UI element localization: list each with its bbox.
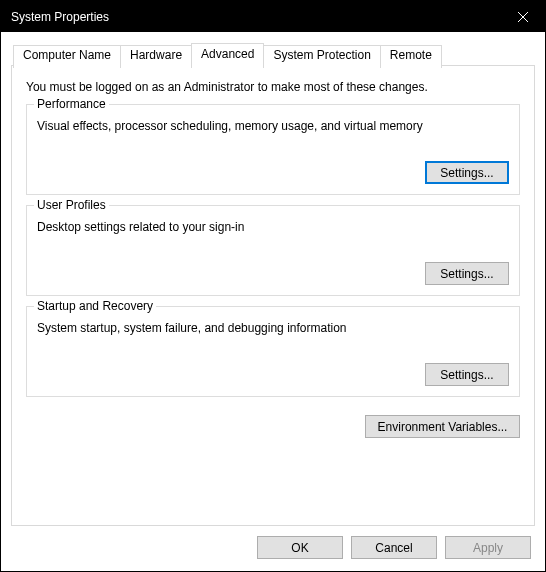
dialog-body: Computer Name Hardware Advanced System P… bbox=[1, 32, 545, 571]
tab-remote[interactable]: Remote bbox=[380, 45, 442, 68]
tab-system-protection[interactable]: System Protection bbox=[263, 45, 380, 68]
group-user-profiles: User Profiles Desktop settings related t… bbox=[26, 205, 520, 296]
ok-button[interactable]: OK bbox=[257, 536, 343, 559]
group-startup-title: Startup and Recovery bbox=[34, 299, 156, 313]
startup-settings-button[interactable]: Settings... bbox=[425, 363, 509, 386]
close-button[interactable] bbox=[500, 1, 545, 32]
tab-advanced[interactable]: Advanced bbox=[191, 43, 264, 66]
dialog-footer: OK Cancel Apply bbox=[11, 526, 535, 571]
group-profiles-desc: Desktop settings related to your sign-in bbox=[37, 220, 509, 234]
group-performance-desc: Visual effects, processor scheduling, me… bbox=[37, 119, 509, 133]
performance-settings-button[interactable]: Settings... bbox=[425, 161, 509, 184]
close-icon bbox=[518, 12, 528, 22]
tab-strip: Computer Name Hardware Advanced System P… bbox=[11, 43, 535, 66]
group-performance-title: Performance bbox=[34, 97, 109, 111]
window-title: System Properties bbox=[11, 10, 500, 24]
group-performance: Performance Visual effects, processor sc… bbox=[26, 104, 520, 195]
intro-text: You must be logged on as an Administrato… bbox=[26, 80, 520, 94]
tab-hardware[interactable]: Hardware bbox=[120, 45, 192, 68]
cancel-button[interactable]: Cancel bbox=[351, 536, 437, 559]
environment-variables-button[interactable]: Environment Variables... bbox=[365, 415, 520, 438]
apply-button[interactable]: Apply bbox=[445, 536, 531, 559]
titlebar: System Properties bbox=[1, 1, 545, 32]
tab-panel-advanced: You must be logged on as an Administrato… bbox=[11, 65, 535, 526]
profiles-settings-button[interactable]: Settings... bbox=[425, 262, 509, 285]
group-startup-desc: System startup, system failure, and debu… bbox=[37, 321, 509, 335]
tab-computer-name[interactable]: Computer Name bbox=[13, 45, 121, 68]
group-profiles-title: User Profiles bbox=[34, 198, 109, 212]
group-startup-recovery: Startup and Recovery System startup, sys… bbox=[26, 306, 520, 397]
